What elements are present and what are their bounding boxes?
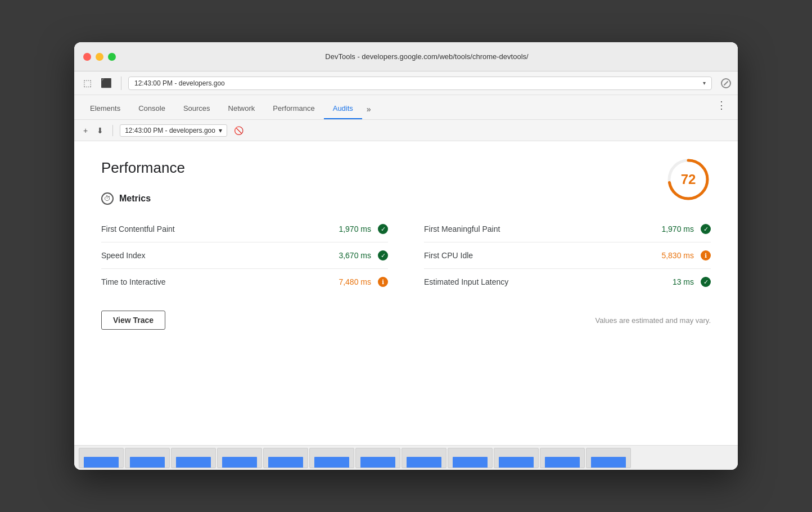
maximize-button[interactable] bbox=[108, 53, 116, 61]
tab-console[interactable]: Console bbox=[129, 98, 174, 119]
toolbar-separator bbox=[121, 77, 121, 90]
url-bar: 12:43:00 PM - developers.goo ▾ bbox=[128, 77, 712, 90]
filmstrip-frame bbox=[125, 448, 170, 468]
audit-dropdown-icon: ▾ bbox=[219, 127, 222, 134]
sec-separator bbox=[112, 125, 113, 136]
audit-selector[interactable]: 12:43:00 PM - developers.goo ▾ bbox=[120, 124, 227, 137]
titlebar: DevTools - developers.google.com/web/too… bbox=[74, 42, 738, 71]
main-content: Performance 72 ⏱ Metrics First Contentfu… bbox=[74, 141, 738, 445]
traffic-lights bbox=[83, 53, 116, 61]
filmstrip-frame bbox=[402, 448, 446, 468]
metrics-header: ⏱ Metrics bbox=[101, 192, 711, 205]
device-icon[interactable]: ⬛ bbox=[98, 75, 114, 91]
disclaimer-text: Values are estimated and may vary. bbox=[596, 316, 711, 325]
metric-status-fcp: ✓ bbox=[378, 224, 388, 234]
score-circle: 72 bbox=[666, 157, 711, 202]
metric-row: First Contentful Paint 1,970 ms ✓ bbox=[101, 216, 388, 242]
secondary-toolbar: + ⬇ 12:43:00 PM - developers.goo ▾ 🚫 bbox=[74, 120, 738, 141]
metric-value-fmp: 1,970 ms bbox=[661, 224, 694, 233]
metric-row: First CPU Idle 5,830 ms ℹ bbox=[424, 242, 711, 269]
metric-name-si: Speed Index bbox=[101, 251, 332, 260]
devtools-window: DevTools - developers.google.com/web/too… bbox=[74, 42, 738, 470]
metric-status-fmp: ✓ bbox=[701, 224, 711, 234]
metric-status-tti: ℹ bbox=[378, 277, 388, 287]
no-entry-icon[interactable] bbox=[721, 78, 731, 88]
metric-status-si: ✓ bbox=[378, 250, 388, 261]
view-trace-button[interactable]: View Trace bbox=[101, 311, 165, 330]
metrics-clock-icon: ⏱ bbox=[101, 192, 114, 205]
metrics-grid: First Contentful Paint 1,970 ms ✓ Speed … bbox=[101, 216, 711, 295]
metrics-label: Metrics bbox=[119, 194, 151, 204]
devtools-tabs: Elements Console Sources Network Perform… bbox=[74, 95, 738, 120]
more-tabs-button[interactable]: » bbox=[362, 99, 376, 119]
filmstrip bbox=[74, 446, 738, 470]
filmstrip-frame bbox=[586, 448, 631, 468]
cursor-icon[interactable]: ⬚ bbox=[81, 75, 94, 91]
metric-name-tti: Time to Interactive bbox=[101, 277, 332, 286]
metric-value-si: 3,670 ms bbox=[339, 251, 371, 260]
kebab-menu-icon[interactable]: ⋮ bbox=[712, 93, 731, 117]
url-text: 12:43:00 PM - developers.goo bbox=[134, 79, 700, 87]
metric-name-fci: First CPU Idle bbox=[424, 251, 655, 260]
metric-status-eil: ✓ bbox=[701, 277, 711, 287]
filmstrip-frame bbox=[494, 448, 539, 468]
metric-name-eil: Estimated Input Latency bbox=[424, 277, 666, 286]
filmstrip-frame bbox=[355, 448, 400, 468]
filmstrip-frame bbox=[448, 448, 493, 468]
tab-performance[interactable]: Performance bbox=[264, 98, 323, 119]
download-icon[interactable]: ⬇ bbox=[94, 124, 106, 137]
block-icon[interactable]: 🚫 bbox=[232, 124, 246, 137]
filmstrip-frame bbox=[79, 448, 124, 468]
close-button[interactable] bbox=[83, 53, 91, 61]
tab-elements[interactable]: Elements bbox=[81, 98, 129, 119]
filmstrip-frame bbox=[263, 448, 308, 468]
score-value: 72 bbox=[681, 172, 696, 187]
metrics-right: First Meaningful Paint 1,970 ms ✓ First … bbox=[406, 216, 711, 295]
metric-row: First Meaningful Paint 1,970 ms ✓ bbox=[424, 216, 711, 242]
page-title: Performance bbox=[101, 159, 711, 177]
filmstrip-frame bbox=[217, 448, 262, 468]
metric-row: Estimated Input Latency 13 ms ✓ bbox=[424, 269, 711, 295]
filmstrip-frame bbox=[309, 448, 354, 468]
minimize-button[interactable] bbox=[96, 53, 103, 61]
filmstrip-frame bbox=[171, 448, 216, 468]
url-dropdown-icon[interactable]: ▾ bbox=[703, 80, 706, 86]
add-icon[interactable]: + bbox=[81, 124, 90, 137]
audit-selector-text: 12:43:00 PM - developers.goo bbox=[125, 127, 215, 134]
tab-sources[interactable]: Sources bbox=[174, 98, 219, 119]
metric-value-fcp: 1,970 ms bbox=[339, 224, 371, 233]
metric-value-tti: 7,480 ms bbox=[339, 277, 371, 286]
devtools-toolbar: ⬚ ⬛ 12:43:00 PM - developers.goo ▾ bbox=[74, 71, 738, 95]
metrics-left: First Contentful Paint 1,970 ms ✓ Speed … bbox=[101, 216, 406, 295]
tab-network[interactable]: Network bbox=[219, 98, 264, 119]
filmstrip-bar bbox=[74, 445, 738, 470]
filmstrip-frame bbox=[540, 448, 585, 468]
metric-name-fmp: First Meaningful Paint bbox=[424, 224, 655, 233]
metric-name-fcp: First Contentful Paint bbox=[101, 224, 332, 233]
metric-row: Speed Index 3,670 ms ✓ bbox=[101, 242, 388, 269]
metrics-footer: View Trace Values are estimated and may … bbox=[101, 299, 711, 330]
metric-status-fci: ℹ bbox=[701, 250, 711, 261]
metric-row: Time to Interactive 7,480 ms ℹ bbox=[101, 269, 388, 295]
metric-value-eil: 13 ms bbox=[673, 277, 694, 286]
tab-audits[interactable]: Audits bbox=[324, 98, 362, 119]
metric-value-fci: 5,830 ms bbox=[661, 251, 694, 260]
window-title: DevTools - developers.google.com/web/too… bbox=[125, 52, 729, 61]
